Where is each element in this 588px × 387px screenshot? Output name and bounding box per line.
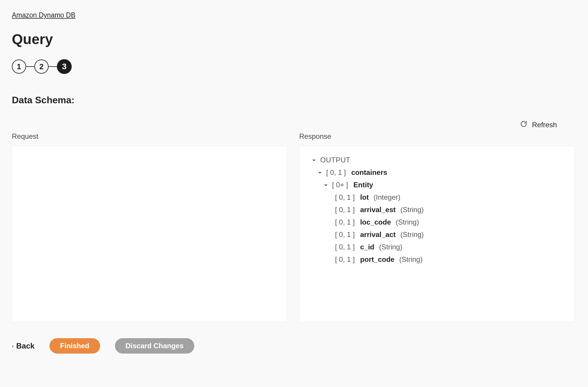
step-2[interactable]: 2 (34, 59, 49, 74)
field-type: (String) (396, 218, 419, 226)
tree-leaf[interactable]: [ 0, 1 ]c_id(String) (335, 241, 563, 253)
page-title: Query (12, 31, 575, 47)
cardinality: [ 0, 1 ] (335, 255, 355, 264)
cardinality: [ 0+ ] (332, 181, 348, 189)
response-panel[interactable]: OUTPUT [ 0, 1 ] containers (299, 146, 575, 322)
cardinality: [ 0, 1 ] (335, 218, 355, 226)
chevron-down-icon[interactable] (317, 170, 323, 175)
request-panel[interactable] (12, 146, 287, 322)
tree-leaf[interactable]: [ 0, 1 ]port_code(String) (335, 253, 563, 266)
stepper: 1 2 3 (12, 59, 575, 74)
back-label: Back (16, 341, 35, 351)
stepper-connector (26, 66, 34, 67)
tree-node-containers[interactable]: [ 0, 1 ] containers (317, 166, 563, 179)
tree-leaf[interactable]: [ 0, 1 ]arrival_est(String) (335, 204, 563, 216)
cardinality: [ 0, 1 ] (335, 206, 355, 214)
chevron-left-icon: ‹ (12, 343, 14, 349)
cardinality: [ 0, 1 ] (335, 230, 355, 239)
field-name: arrival_act (360, 230, 396, 239)
field-type: (String) (379, 243, 403, 251)
step-3[interactable]: 3 (57, 59, 72, 74)
field-name: loc_code (360, 218, 391, 226)
response-label: Response (299, 132, 575, 141)
node-name: Entity (353, 181, 373, 189)
field-name: c_id (360, 243, 374, 251)
tree-leaf[interactable]: [ 0, 1 ]loc_code(String) (335, 216, 563, 228)
breadcrumb[interactable]: Amazon Dynamo DB (12, 11, 76, 19)
stepper-connector (49, 66, 57, 67)
tree-node-entity[interactable]: [ 0+ ] Entity (323, 179, 563, 191)
tree-root-label: OUTPUT (320, 156, 350, 164)
field-type: (String) (400, 206, 424, 214)
step-1[interactable]: 1 (12, 59, 26, 74)
tree-root[interactable]: OUTPUT (311, 154, 563, 166)
field-name: port_code (360, 255, 395, 264)
field-type: (String) (399, 255, 423, 264)
node-name: containers (351, 168, 387, 177)
refresh-label: Refresh (532, 121, 557, 129)
finished-button[interactable]: Finished (49, 338, 100, 354)
field-name: arrival_est (360, 206, 396, 214)
request-label: Request (12, 132, 287, 141)
field-type: (String) (400, 230, 424, 239)
field-name: lot (360, 193, 369, 201)
cardinality: [ 0, 1 ] (326, 168, 346, 177)
section-title: Data Schema: (12, 95, 575, 106)
cardinality: [ 0, 1 ] (335, 243, 355, 251)
tree-leaf[interactable]: [ 0, 1 ]arrival_act(String) (335, 228, 563, 241)
chevron-down-icon[interactable] (323, 183, 329, 187)
cardinality: [ 0, 1 ] (335, 193, 355, 201)
discard-button[interactable]: Discard Changes (115, 338, 194, 354)
back-button[interactable]: ‹ Back (12, 341, 35, 351)
refresh-button[interactable]: Refresh (520, 120, 557, 129)
chevron-down-icon[interactable] (311, 158, 317, 162)
tree-leaf[interactable]: [ 0, 1 ]lot(Integer) (335, 191, 563, 204)
refresh-icon (520, 120, 527, 129)
field-type: (Integer) (374, 193, 400, 201)
